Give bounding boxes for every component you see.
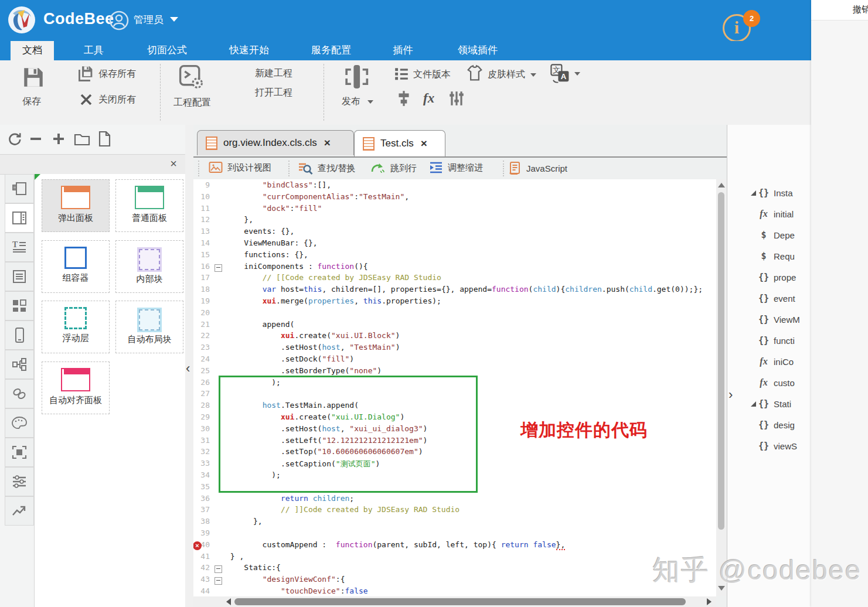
file-version-icon[interactable] <box>394 66 409 81</box>
new-project-button[interactable]: 新建工程 <box>255 67 292 80</box>
sliders-icon[interactable] <box>448 90 465 107</box>
menu-tab-4[interactable]: 快速开始 <box>223 41 275 60</box>
skin-chevron-down-icon[interactable] <box>530 73 536 77</box>
panel-icon[interactable] <box>5 203 34 233</box>
file-version-button[interactable]: 文件版本 <box>413 69 451 81</box>
save-button[interactable]: 保存 <box>22 96 41 108</box>
folder-icon[interactable] <box>74 132 90 146</box>
focus-frame-icon[interactable] <box>5 438 34 467</box>
language-mode-button[interactable]: JavaScript <box>509 161 567 175</box>
skin-style-icon[interactable] <box>466 64 484 82</box>
save-icon[interactable] <box>21 65 46 90</box>
zoom-out-icon[interactable] <box>30 138 41 140</box>
outline-item-event[interactable]: {}event <box>751 291 795 306</box>
outline-item-custo[interactable]: fxcusto <box>751 375 795 390</box>
menu-tab-7[interactable]: 领域插件 <box>451 41 504 60</box>
design-view-button[interactable]: 到设计视图 <box>209 161 271 174</box>
editor-tab-2[interactable]: Test.cls× <box>354 130 445 156</box>
open-project-button[interactable]: 打开工程 <box>255 87 292 99</box>
fx-icon: fx <box>756 377 771 388</box>
form-panel-icon[interactable] <box>5 262 34 291</box>
editor-tab-1[interactable]: org.view.Index.cls.cls× <box>197 130 354 155</box>
menu-tab-1[interactable]: 文档 <box>11 41 54 60</box>
paint-palette-icon[interactable] <box>5 408 34 438</box>
menu-tab-5[interactable]: 服务配置 <box>305 41 358 60</box>
mobile-icon[interactable] <box>5 320 34 350</box>
collapse-left-icon[interactable]: ‹ <box>186 362 190 375</box>
popup-panel-icon[interactable] <box>5 174 34 203</box>
grid-blocks-icon[interactable] <box>5 291 34 320</box>
trend-chart-icon[interactable] <box>5 496 34 526</box>
left-splitter[interactable]: ‹ <box>185 125 193 607</box>
outline-item-functi[interactable]: {}functi <box>751 333 795 348</box>
user-avatar-icon[interactable] <box>109 11 129 30</box>
formula-fx-icon[interactable]: fx <box>423 91 434 106</box>
outline-item-stati[interactable]: {}Stati <box>751 396 791 411</box>
code-token: , <box>341 343 350 352</box>
menu-tab-2[interactable]: 工具 <box>70 41 117 60</box>
expanded-triangle-icon[interactable] <box>751 190 756 196</box>
tab-close-icon[interactable]: × <box>324 137 331 149</box>
vertical-scrollbar-thumb[interactable] <box>718 192 724 530</box>
outline-item-views[interactable]: {}viewS <box>751 438 797 453</box>
adjust-indent-button[interactable]: 调整缩进 <box>429 161 483 174</box>
scroll-left-icon[interactable] <box>226 598 231 605</box>
scroll-right-icon[interactable] <box>707 598 712 605</box>
translate-icon[interactable]: 文 A <box>550 63 571 84</box>
link-chain-icon[interactable] <box>5 379 34 408</box>
refresh-icon[interactable] <box>7 132 22 147</box>
find-replace-button[interactable]: 查找/替换 <box>298 161 355 175</box>
horizontal-scrollbar[interactable] <box>193 596 716 607</box>
palette-item-2[interactable]: 普通面板 <box>115 179 183 232</box>
palette-item-6[interactable]: 自动布局块 <box>115 301 183 353</box>
collapse-right-icon[interactable]: › <box>729 388 733 401</box>
publish-chevron-down-icon[interactable] <box>367 100 373 104</box>
publish-icon[interactable] <box>343 62 370 92</box>
tab-close-icon[interactable]: × <box>421 137 427 150</box>
annotation-red-note: 增加控件的代码 <box>520 418 648 442</box>
text-block-icon[interactable]: T <box>5 233 34 262</box>
zoom-in-icon[interactable] <box>52 132 66 146</box>
outline-item-initial[interactable]: fxinitial <box>751 206 794 221</box>
publish-button[interactable]: 发布 <box>342 96 360 108</box>
expanded-triangle-icon[interactable] <box>751 401 756 407</box>
palette-item-3[interactable]: 组容器 <box>42 240 110 293</box>
align-center-icon[interactable] <box>396 90 411 107</box>
save-all-icon[interactable] <box>77 65 95 83</box>
outline-item-viewm[interactable]: {}ViewM <box>751 312 800 327</box>
user-chevron-down-icon[interactable] <box>170 17 178 22</box>
outline-item-requ[interactable]: $Requ <box>751 248 795 264</box>
palette-item-5[interactable]: 浮动层 <box>42 301 110 353</box>
outline-item-prope[interactable]: {}prope <box>751 270 796 285</box>
flow-node-icon[interactable] <box>5 350 34 379</box>
code-token: "fill" <box>294 204 322 213</box>
menu-tab-6[interactable]: 插件 <box>384 41 422 60</box>
outline-item-desig[interactable]: {}desig <box>751 417 795 432</box>
outline-item-inico[interactable]: fxiniCo <box>751 354 794 369</box>
goto-line-button[interactable]: 跳到行 <box>370 161 417 175</box>
scroll-up-icon[interactable] <box>718 183 725 187</box>
menu-tab-3[interactable]: 切面公式 <box>141 41 193 60</box>
context-menu-item[interactable]: 撤销 <box>811 0 868 21</box>
outline-item-insta[interactable]: {}Insta <box>751 185 793 200</box>
code-token <box>308 494 313 503</box>
braces-icon: {} <box>756 335 771 346</box>
horizontal-scrollbar-thumb[interactable] <box>234 598 686 605</box>
palette-item-1[interactable]: 弹出面板 <box>42 179 110 232</box>
close-all-button[interactable]: 关闭所有 <box>98 94 136 106</box>
outline-item-depe[interactable]: $Depe <box>751 227 795 243</box>
translate-chevron-down-icon[interactable] <box>574 72 580 76</box>
vertical-scrollbar[interactable] <box>716 179 727 596</box>
save-all-button[interactable]: 保存所有 <box>98 68 136 80</box>
palette-item-4[interactable]: 内部块 <box>115 240 183 293</box>
palette-item-label: 普通面板 <box>116 213 183 224</box>
skin-style-button[interactable]: 皮肤样式 <box>488 69 525 81</box>
project-config-button[interactable]: 工程配置 <box>173 97 211 109</box>
palette-item-7[interactable]: 自动对齐面板 <box>42 362 110 414</box>
user-menu[interactable]: 管理员 <box>134 13 164 26</box>
settings-sliders-icon[interactable] <box>5 467 34 496</box>
palette-close-icon[interactable]: × <box>170 157 177 170</box>
close-all-icon[interactable] <box>79 93 93 107</box>
project-config-icon[interactable] <box>178 63 205 90</box>
new-file-icon[interactable] <box>97 131 111 147</box>
